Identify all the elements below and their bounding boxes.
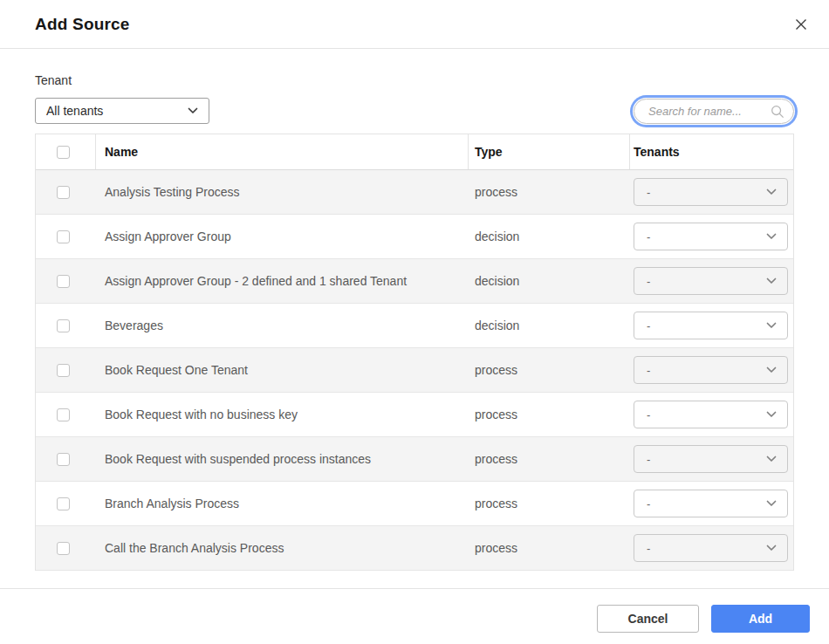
row-type: decision (475, 319, 519, 332)
add-button[interactable]: Add (711, 605, 810, 633)
row-cell-type: process (469, 437, 630, 481)
row-checkbox[interactable] (57, 453, 70, 466)
column-header-type: Type (469, 134, 630, 169)
row-cell-tenants: - (630, 437, 793, 481)
row-name: Branch Analysis Process (105, 497, 239, 510)
row-type: process (475, 185, 517, 199)
tenant-filter-label: Tenant (35, 73, 209, 87)
chevron-down-icon (766, 411, 777, 418)
row-type: process (475, 452, 517, 466)
table-row: Book Request with suspended process inst… (36, 437, 793, 482)
row-name: Book Request One Tenant (105, 363, 248, 377)
row-cell-type: process (469, 348, 630, 392)
row-tenant-select[interactable]: - (634, 312, 788, 339)
row-tenant-value: - (647, 497, 650, 510)
row-cell-tenants: - (630, 170, 793, 214)
row-type: process (475, 408, 517, 421)
row-tenant-value: - (647, 319, 650, 332)
sources-table: Name Type Tenants Analysis Testing Proce… (35, 134, 794, 571)
row-tenant-select[interactable]: - (634, 490, 788, 517)
chevron-down-icon (766, 367, 777, 373)
row-checkbox[interactable] (57, 186, 70, 199)
row-cell-checkbox (36, 170, 96, 214)
row-cell-checkbox (36, 526, 96, 570)
chevron-down-icon (766, 233, 777, 240)
row-tenant-select[interactable]: - (634, 445, 788, 473)
row-cell-type: decision (469, 215, 630, 258)
tenant-filter: Tenant All tenants (35, 73, 209, 124)
row-cell-name: Book Request with no business key (96, 393, 469, 436)
row-checkbox[interactable] (57, 497, 70, 510)
row-cell-checkbox (36, 482, 96, 525)
row-cell-tenants: - (630, 259, 793, 303)
row-cell-type: process (469, 170, 630, 214)
row-checkbox[interactable] (57, 542, 70, 555)
row-cell-name: Assign Approver Group - 2 defined and 1 … (96, 259, 469, 303)
column-header-tenants: Tenants (630, 134, 793, 169)
chevron-down-icon (766, 277, 777, 284)
row-cell-tenants: - (630, 482, 793, 525)
row-cell-type: process (469, 526, 630, 570)
modal-footer: Cancel Add (0, 588, 829, 644)
row-type: process (475, 497, 517, 510)
table-row: Branch Analysis Process process - (36, 482, 793, 526)
row-cell-tenants: - (630, 215, 793, 258)
table-row: Book Request One Tenant process - (36, 348, 793, 393)
row-name: Call the Branch Analysis Process (105, 541, 284, 555)
row-checkbox[interactable] (57, 275, 70, 288)
row-tenant-select[interactable]: - (634, 534, 788, 562)
row-checkbox[interactable] (57, 408, 70, 421)
row-cell-name: Book Request One Tenant (96, 348, 469, 392)
row-checkbox[interactable] (57, 364, 70, 377)
row-type: decision (475, 274, 519, 288)
column-header-name: Name (96, 134, 469, 169)
row-tenant-select[interactable]: - (634, 178, 788, 206)
row-name: Assign Approver Group - 2 defined and 1 … (105, 274, 407, 288)
table-row: Analysis Testing Process process - (36, 170, 793, 215)
row-name: Beverages (105, 319, 163, 332)
cancel-button[interactable]: Cancel (597, 605, 699, 633)
row-cell-name: Beverages (96, 304, 469, 347)
row-tenant-value: - (647, 542, 650, 555)
row-cell-name: Branch Analysis Process (96, 482, 469, 525)
row-tenant-value: - (647, 230, 650, 243)
row-cell-checkbox (36, 259, 96, 303)
row-cell-checkbox (36, 437, 96, 481)
chevron-down-icon (766, 500, 777, 507)
tenant-filter-select[interactable]: All tenants (35, 98, 209, 124)
search-box (634, 99, 794, 124)
table-row: Beverages decision - (36, 304, 793, 348)
row-cell-type: process (469, 393, 630, 436)
row-name: Analysis Testing Process (105, 185, 240, 199)
table-body: Analysis Testing Process process - Assig… (36, 170, 793, 571)
row-name: Assign Approver Group (105, 230, 231, 243)
row-cell-checkbox (36, 393, 96, 436)
row-name: Book Request with suspended process inst… (105, 452, 371, 466)
row-tenant-select[interactable]: - (634, 267, 788, 295)
row-tenant-value: - (647, 186, 650, 199)
row-cell-checkbox (36, 215, 96, 258)
row-cell-type: decision (469, 304, 630, 347)
chevron-down-icon (766, 456, 777, 462)
row-cell-type: decision (469, 259, 630, 303)
close-button[interactable] (789, 12, 813, 37)
filter-controls: Tenant All tenants (35, 73, 794, 124)
row-checkbox[interactable] (57, 230, 70, 243)
search-input[interactable] (634, 99, 794, 124)
row-checkbox[interactable] (57, 319, 70, 332)
row-tenant-select[interactable]: - (634, 356, 788, 384)
row-tenant-value: - (647, 275, 650, 288)
chevron-down-icon (766, 188, 777, 195)
row-tenant-select[interactable]: - (634, 401, 788, 428)
header-cell-checkbox (36, 134, 96, 169)
row-tenant-select[interactable]: - (634, 223, 788, 250)
row-cell-name: Book Request with suspended process inst… (96, 437, 469, 481)
modal-header: Add Source (0, 0, 829, 49)
row-type: process (475, 541, 517, 555)
add-source-modal: Add Source Tenant All tenants (0, 0, 829, 644)
modal-title: Add Source (35, 15, 130, 34)
chevron-down-icon (766, 322, 777, 329)
select-all-checkbox[interactable] (57, 146, 70, 159)
tenant-filter-value: All tenants (46, 104, 103, 118)
row-cell-tenants: - (630, 348, 793, 392)
